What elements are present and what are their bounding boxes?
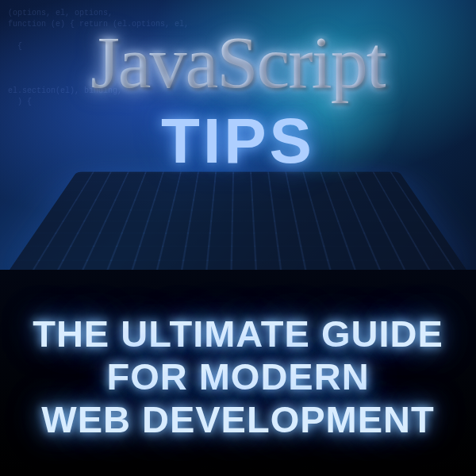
hero-background: (options, el, options, function (e) { re… (0, 0, 476, 270)
keyboard-graphic (6, 172, 470, 270)
subtitle-text: THE ULTIMATE GUIDE FOR MODERN WEB DEVELO… (33, 313, 443, 441)
subtitle-section: THE ULTIMATE GUIDE FOR MODERN WEB DEVELO… (0, 270, 476, 476)
title-main: JavaScript (90, 19, 386, 105)
promo-card: (options, el, options, function (e) { re… (0, 0, 476, 476)
subtitle-line-3: WEB DEVELOPMENT (33, 398, 443, 441)
subtitle-line-1: THE ULTIMATE GUIDE (33, 313, 443, 355)
title-accent: TIPS (161, 105, 315, 178)
subtitle-line-2: FOR MODERN (33, 355, 443, 398)
